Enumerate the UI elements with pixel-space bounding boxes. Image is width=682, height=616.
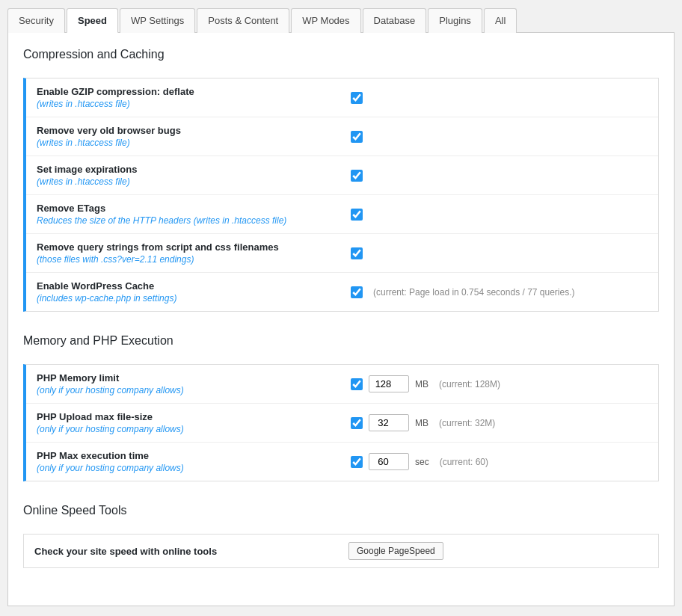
- php-exec-label: PHP Max execution time: [37, 450, 351, 461]
- tab-wp-settings[interactable]: WP Settings: [120, 8, 195, 33]
- compression-title: Compression and Caching: [23, 48, 659, 67]
- tab-all[interactable]: All: [484, 8, 517, 33]
- query-strings-row: Remove query strings from script and css…: [26, 234, 658, 273]
- page-wrapper: Security Speed WP Settings Posts & Conte…: [0, 0, 682, 614]
- tab-database[interactable]: Database: [363, 8, 427, 33]
- memory-section: Memory and PHP Execution PHP Memory limi…: [23, 334, 659, 481]
- image-exp-row: Set image expirations (writes in .htacce…: [26, 156, 658, 195]
- image-exp-sublabel: (writes in .htaccess file): [37, 176, 351, 187]
- gzip-row: Enable GZIP compression: deflate (writes…: [26, 78, 658, 117]
- main-content: Compression and Caching Enable GZIP comp…: [7, 33, 675, 606]
- tab-security[interactable]: Security: [7, 8, 65, 33]
- php-upload-unit: MB: [415, 418, 428, 428]
- etags-checkbox[interactable]: [351, 209, 363, 221]
- tab-speed[interactable]: Speed: [67, 8, 118, 33]
- php-memory-status: (current: 128M): [439, 379, 500, 389]
- php-exec-input[interactable]: [369, 453, 409, 470]
- query-strings-checkbox[interactable]: [351, 247, 363, 259]
- etags-sublabel: Reduces the size of the HTTP headers (wr…: [37, 215, 351, 226]
- php-exec-unit: sec: [415, 457, 429, 467]
- wp-cache-sublabel: (includes wp-cache.php in settings): [37, 293, 351, 304]
- tab-posts-content[interactable]: Posts & Content: [197, 8, 289, 33]
- wp-cache-checkbox[interactable]: [351, 286, 363, 298]
- etags-row: Remove ETags Reduces the size of the HTT…: [26, 195, 658, 234]
- php-upload-input[interactable]: [369, 414, 409, 431]
- tab-plugins[interactable]: Plugins: [428, 8, 482, 33]
- online-tools-row: Check your site speed with online tools …: [23, 534, 659, 568]
- image-exp-checkbox[interactable]: [351, 170, 363, 182]
- php-exec-checkbox[interactable]: [351, 456, 363, 468]
- php-memory-checkbox[interactable]: [351, 378, 363, 390]
- php-upload-sublabel: (only if your hosting company allows): [37, 424, 351, 434]
- php-exec-row: PHP Max execution time (only if your hos…: [26, 443, 658, 481]
- memory-box: PHP Memory limit (only if your hosting c…: [23, 364, 659, 481]
- compression-box: Enable GZIP compression: deflate (writes…: [23, 78, 659, 312]
- etags-label: Remove ETags: [37, 203, 351, 214]
- gzip-checkbox[interactable]: [351, 92, 363, 104]
- php-upload-label: PHP Upload max file-size: [37, 411, 351, 422]
- compression-section: Compression and Caching Enable GZIP comp…: [23, 48, 659, 312]
- tabs-bar: Security Speed WP Settings Posts & Conte…: [7, 7, 675, 33]
- online-tools-title: Online Speed Tools: [23, 504, 659, 523]
- wp-cache-label: Enable WordPress Cache: [37, 280, 351, 292]
- wp-cache-row: Enable WordPress Cache (includes wp-cach…: [26, 273, 658, 311]
- php-upload-row: PHP Upload max file-size (only if your h…: [26, 404, 658, 443]
- php-memory-label: PHP Memory limit: [37, 372, 351, 384]
- image-exp-label: Set image expirations: [37, 164, 351, 175]
- online-tools-check-label: Check your site speed with online tools: [34, 546, 348, 557]
- php-upload-status: (current: 32M): [439, 418, 495, 428]
- online-tools-section: Online Speed Tools Check your site speed…: [23, 504, 659, 568]
- gzip-label: Enable GZIP compression: deflate: [37, 86, 351, 97]
- query-strings-sublabel: (those files with .css?ver=2.11 endings): [37, 254, 351, 265]
- php-memory-input[interactable]: [369, 375, 409, 392]
- php-memory-unit: MB: [415, 379, 428, 389]
- php-memory-sublabel: (only if your hosting company allows): [37, 385, 351, 395]
- memory-title: Memory and PHP Execution: [23, 334, 659, 354]
- pagespeed-button[interactable]: Google PageSpeed: [348, 542, 443, 560]
- old-bugs-label: Remove very old browser bugs: [37, 125, 351, 136]
- wp-cache-status: (current: Page load in 0.754 seconds / 7…: [373, 287, 575, 298]
- old-bugs-row: Remove very old browser bugs (writes in …: [26, 117, 658, 156]
- old-bugs-checkbox[interactable]: [351, 131, 363, 143]
- tab-wp-modes[interactable]: WP Modes: [291, 8, 360, 33]
- php-exec-sublabel: (only if your hosting company allows): [37, 463, 351, 473]
- gzip-sublabel: (writes in .htaccess file): [37, 99, 351, 109]
- php-upload-checkbox[interactable]: [351, 417, 363, 429]
- old-bugs-sublabel: (writes in .htaccess file): [37, 138, 351, 148]
- query-strings-label: Remove query strings from script and css…: [37, 241, 351, 253]
- php-memory-row: PHP Memory limit (only if your hosting c…: [26, 365, 658, 404]
- php-exec-status: (current: 60): [440, 457, 488, 467]
